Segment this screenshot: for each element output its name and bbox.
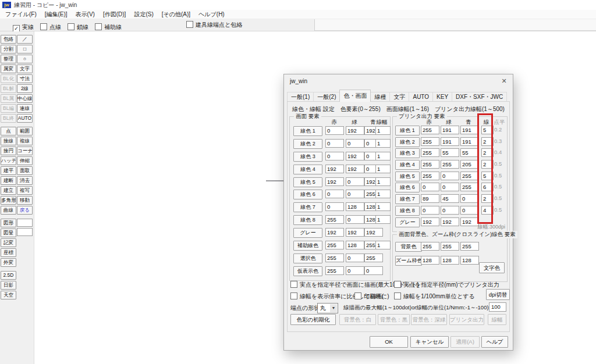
value-input[interactable]: 255 — [325, 215, 344, 224]
color-label-button[interactable]: 線色 1 — [293, 126, 322, 136]
max-width-input[interactable]: 100 — [489, 302, 506, 312]
value-input[interactable]: 192 — [346, 126, 364, 135]
tab-item[interactable]: 一般(2) — [313, 92, 340, 102]
sidebar-button[interactable]: 建平 — [1, 166, 16, 175]
value-input[interactable]: 55 — [441, 148, 459, 157]
sidebar-button[interactable]: 多角形 — [1, 196, 16, 205]
value-input[interactable]: 0 — [460, 206, 479, 215]
value-input[interactable]: 0 — [421, 183, 439, 191]
value-input[interactable]: 0 — [346, 139, 364, 148]
sidebar-button[interactable]: 接円 — [1, 147, 16, 155]
tab-active[interactable]: 色・画面 — [339, 90, 371, 102]
sidebar-button[interactable]: 接線 — [1, 137, 16, 145]
value-input[interactable]: 0 — [460, 194, 479, 203]
value-input[interactable]: 1 — [375, 190, 391, 198]
value-input[interactable]: 255 — [325, 266, 344, 275]
tab-item[interactable]: KEY — [432, 92, 452, 102]
sidebar-button[interactable]: 建断 — [1, 176, 16, 185]
color-label-button[interactable]: 補助線色 — [293, 241, 322, 251]
value-input[interactable]: 55 — [460, 148, 479, 157]
ok-button[interactable]: OK — [370, 336, 408, 348]
tab-item[interactable]: 一般(1) — [287, 92, 314, 102]
sidebar-button[interactable]: 図形 — [1, 219, 16, 227]
color-label-button[interactable]: 線色 5 — [293, 177, 322, 187]
value-input[interactable]: 1 — [375, 165, 391, 173]
value-input[interactable]: 1 — [375, 139, 391, 148]
help-button[interactable]: ヘルプ — [481, 336, 508, 348]
sidebar-button[interactable]: 整理 — [1, 55, 16, 63]
width-unit-checkbox[interactable]: 線幅を1/100mm単位とする — [394, 292, 475, 301]
value-input[interactable]: 192 — [346, 228, 364, 237]
value-input[interactable]: 128 — [346, 241, 364, 249]
tab-item[interactable]: 線種 — [370, 92, 390, 102]
color-label-button[interactable]: 線色 5 — [395, 172, 420, 181]
sidebar-button[interactable]: 座標 — [1, 248, 16, 257]
print-time-checkbox[interactable]: 印刷時に) — [354, 292, 389, 301]
value-input[interactable]: 191 — [460, 137, 479, 146]
value-input[interactable]: 191 — [441, 126, 459, 134]
sidebar-button[interactable]: 分割 — [1, 45, 16, 53]
menu-item[interactable]: ヘルプ(H) — [194, 10, 229, 19]
value-input[interactable]: 128 — [346, 202, 364, 211]
sidebar-button[interactable]: 属変 — [1, 65, 16, 73]
value-input[interactable]: 255 — [421, 148, 439, 157]
sidebar-button[interactable]: 2線 — [17, 84, 33, 93]
tab-item[interactable]: AUTO — [409, 92, 433, 102]
value-input[interactable]: 192 — [364, 228, 383, 237]
sidebar-button[interactable]: 2.5D — [1, 271, 16, 280]
sidebar-button[interactable]: ／ — [17, 35, 33, 44]
color-label-button[interactable]: 線色 7 — [293, 202, 322, 212]
value-input[interactable]: 255 — [325, 254, 344, 262]
sidebar-button[interactable]: コーナー — [17, 147, 33, 155]
color-label-button[interactable]: 選択色 — [293, 254, 322, 263]
sidebar-button[interactable]: □ — [17, 45, 33, 53]
value-input[interactable]: 0 — [325, 152, 344, 160]
action-button[interactable]: 色彩の初期化 — [290, 314, 336, 325]
value-input[interactable]: 1 — [375, 241, 391, 249]
value-input[interactable]: 128 — [421, 256, 439, 265]
value-input[interactable]: 0 — [325, 190, 344, 198]
linetype-checkbox[interactable]: ✓実線 — [13, 23, 34, 32]
color-label-button[interactable]: 線色 7 — [395, 194, 420, 204]
value-input[interactable]: 0 — [441, 183, 459, 191]
value-input[interactable]: 192 — [460, 217, 479, 226]
line-attribute-box[interactable] — [17, 228, 33, 236]
line-attribute-box[interactable] — [17, 219, 33, 227]
menu-item[interactable]: 表示(V) — [72, 10, 99, 19]
value-input[interactable]: 0 — [325, 126, 344, 135]
value-input[interactable]: 0 — [325, 202, 344, 211]
sidebar-button[interactable]: ○ — [17, 55, 33, 63]
value-input[interactable]: 255 — [364, 254, 383, 262]
text-color-button[interactable]: 文字色 — [479, 262, 505, 273]
sidebar-button[interactable]: AUTO — [17, 114, 33, 123]
color-label-button[interactable]: 線色 1 — [395, 126, 420, 135]
close-icon[interactable]: ✕ — [495, 74, 513, 88]
color-label-button[interactable]: 線色 2 — [293, 139, 322, 149]
menu-item[interactable]: [編集(E)] — [41, 10, 72, 19]
menu-item[interactable]: ファイル(F) — [1, 10, 41, 19]
value-input[interactable]: 192 — [325, 165, 344, 173]
value-input[interactable]: 205 — [460, 160, 479, 169]
linetype-checkbox[interactable]: 鎖線 — [68, 23, 88, 31]
sidebar-button[interactable]: 点 — [1, 127, 16, 135]
value-input[interactable]: 0 — [441, 172, 459, 180]
menu-item[interactable]: [作図(D)] — [99, 10, 130, 19]
menu-item[interactable]: [その他(A)] — [158, 10, 194, 19]
value-input[interactable]: 0 — [325, 139, 344, 148]
value-input[interactable]: 255 — [441, 160, 459, 169]
value-input[interactable]: 255 — [421, 137, 439, 146]
value-input[interactable]: 192 — [325, 228, 344, 237]
color-label-button[interactable]: 線色 3 — [293, 152, 322, 162]
color-label-button[interactable]: 仮表示色 — [293, 266, 322, 276]
sidebar-button[interactable]: 包絡 — [1, 35, 16, 44]
sidebar-button[interactable]: 寸法 — [17, 74, 33, 83]
value-input[interactable]: 128 — [460, 256, 479, 265]
sidebar-button[interactable]: 文字 — [17, 65, 33, 73]
value-input[interactable]: 1 — [375, 152, 391, 160]
linetype-checkbox[interactable]: 補助線 — [95, 23, 122, 31]
sidebar-button[interactable]: 面取 — [17, 166, 33, 175]
value-input[interactable]: 255 — [325, 241, 344, 249]
sidebar-button[interactable]: 連線 — [17, 104, 33, 113]
value-input[interactable]: 0 — [346, 177, 364, 186]
dot-printer-checkbox[interactable]: 実点を指定半径(mm)でプリンタ出力 — [394, 281, 499, 289]
